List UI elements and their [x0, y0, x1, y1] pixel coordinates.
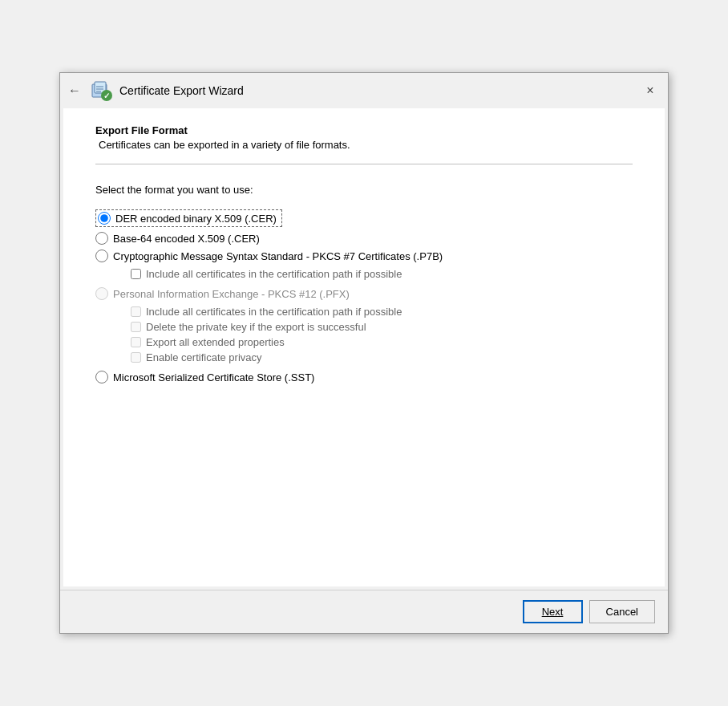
cancel-button[interactable]: Cancel [589, 600, 655, 623]
format-prompt: Select the format you want to use: [95, 184, 633, 196]
checkbox-pfx-export-props[interactable]: Export all extended properties [131, 336, 633, 348]
checkbox-pfx-enable-privacy[interactable]: Enable certificate privacy [131, 351, 633, 363]
close-button[interactable]: × [641, 81, 660, 100]
checkbox-pfx-enable-privacy-label[interactable]: Enable certificate privacy [146, 351, 262, 363]
wizard-icon: ✓ [91, 79, 113, 102]
radio-pfx-label[interactable]: Personal Information Exchange - PKCS #12… [113, 288, 350, 300]
checkbox-pfx-export-props-label[interactable]: Export all extended properties [146, 336, 285, 348]
checkbox-pkcs7-all-certs-input[interactable] [131, 269, 141, 279]
title-bar: ← ✓ Certificate Export Wizard × [60, 73, 668, 105]
radio-option-der[interactable]: DER encoded binary X.509 (.CER) [95, 207, 633, 229]
radio-option-pkcs7[interactable]: Cryptographic Message Syntax Standard - … [95, 247, 633, 265]
radio-pkcs7-label[interactable]: Cryptographic Message Syntax Standard - … [113, 250, 443, 262]
checkbox-pkcs7-all-certs-label[interactable]: Include all certificates in the certific… [146, 268, 402, 280]
radio-option-pfx[interactable]: Personal Information Exchange - PKCS #12… [95, 285, 633, 302]
pkcs7-suboptions: Include all certificates in the certific… [131, 268, 633, 280]
radio-option-sst[interactable]: Microsoft Serialized Certificate Store (… [95, 368, 633, 386]
checkbox-pfx-all-certs[interactable]: Include all certificates in the certific… [131, 306, 633, 318]
radio-base64-label[interactable]: Base-64 encoded X.509 (.CER) [113, 233, 260, 245]
dialog-footer: Next Cancel [60, 590, 668, 633]
svg-text:✓: ✓ [103, 91, 110, 100]
checkbox-pfx-delete-key-label[interactable]: Delete the private key if the export is … [146, 321, 366, 333]
section-title: Export File Format [95, 124, 633, 136]
dialog-body: Export File Format Certificates can be e… [63, 108, 665, 586]
checkbox-pfx-delete-key-input[interactable] [131, 322, 141, 332]
radio-base64[interactable] [95, 232, 108, 245]
checkbox-pfx-all-certs-input[interactable] [131, 306, 141, 317]
checkbox-pfx-delete-key[interactable]: Delete the private key if the export is … [131, 321, 633, 333]
checkbox-pfx-all-certs-label[interactable]: Include all certificates in the certific… [146, 306, 402, 318]
dialog-title: Certificate Export Wizard [119, 84, 244, 97]
radio-pfx[interactable] [95, 287, 108, 300]
checkbox-pfx-export-props-input[interactable] [131, 337, 141, 347]
checkbox-pfx-enable-privacy-input[interactable] [131, 352, 141, 363]
radio-der-label[interactable]: DER encoded binary X.509 (.CER) [115, 213, 277, 225]
radio-sst-label[interactable]: Microsoft Serialized Certificate Store (… [113, 371, 314, 383]
pfx-suboptions: Include all certificates in the certific… [131, 306, 633, 363]
certificate-export-wizard-dialog: ← ✓ Certificate Export Wizard × Export F… [59, 72, 669, 634]
checkbox-pkcs7-all-certs[interactable]: Include all certificates in the certific… [131, 268, 633, 280]
back-button[interactable]: ← [68, 83, 81, 98]
format-radio-group: DER encoded binary X.509 (.CER) Base-64 … [95, 207, 633, 386]
next-button[interactable]: Next [523, 600, 583, 623]
radio-sst[interactable] [95, 371, 108, 383]
divider [95, 164, 633, 164]
radio-option-base64[interactable]: Base-64 encoded X.509 (.CER) [95, 229, 633, 247]
radio-der[interactable] [98, 212, 111, 225]
section-description: Certificates can be exported in a variet… [95, 139, 633, 151]
section-header: Export File Format Certificates can be e… [95, 124, 633, 151]
radio-pkcs7[interactable] [95, 250, 108, 262]
